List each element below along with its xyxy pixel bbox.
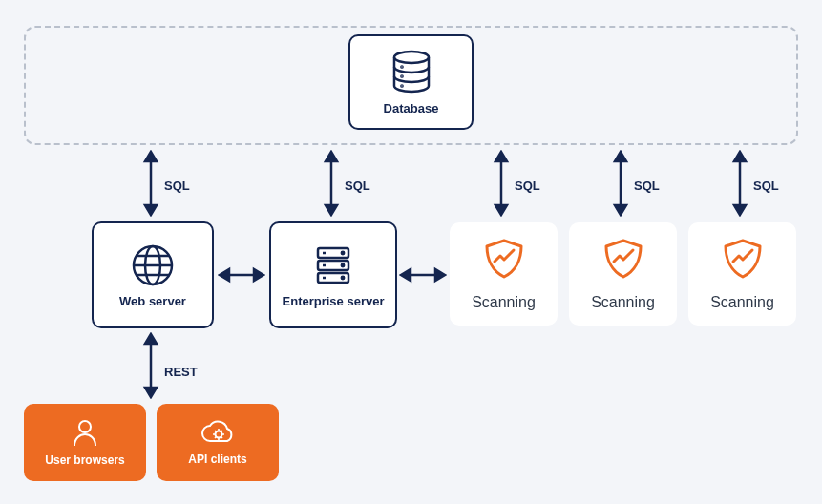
- arrow-sql-5: [730, 150, 749, 217]
- server-icon: [310, 242, 356, 288]
- database-label: Database: [384, 101, 439, 116]
- arrow-sql-4: [611, 150, 630, 217]
- svg-marker-49: [145, 388, 157, 397]
- database-icon: [390, 50, 432, 95]
- arrow-sql-3: [492, 150, 511, 217]
- sql-label: SQL: [345, 178, 370, 193]
- svg-point-1: [401, 66, 402, 67]
- web-server-label: Web server: [119, 294, 186, 308]
- arrow-sql-1: [141, 150, 160, 217]
- svg-marker-43: [254, 269, 263, 281]
- svg-marker-31: [326, 205, 337, 215]
- enterprise-server-label: Enterprise server: [283, 294, 385, 308]
- user-icon: [72, 419, 98, 448]
- arrow-web-ent: [218, 265, 265, 284]
- svg-marker-36: [615, 152, 626, 161]
- svg-line-23: [221, 436, 222, 437]
- svg-line-25: [215, 436, 216, 437]
- api-clients-box: API clients: [157, 404, 279, 481]
- cloud-gear-icon: [199, 420, 237, 447]
- svg-marker-34: [495, 205, 507, 215]
- database-box: Database: [348, 34, 474, 130]
- sql-label: SQL: [515, 178, 540, 193]
- svg-point-14: [342, 263, 344, 265]
- svg-marker-28: [145, 205, 157, 215]
- svg-marker-39: [734, 152, 746, 161]
- svg-marker-46: [435, 269, 445, 281]
- svg-marker-45: [401, 269, 411, 281]
- sql-label: SQL: [164, 178, 190, 193]
- scanning-label: Scanning: [710, 294, 774, 311]
- svg-marker-30: [326, 152, 337, 161]
- arrow-ent-scan: [399, 265, 447, 284]
- svg-line-24: [221, 430, 222, 431]
- svg-marker-42: [220, 269, 229, 281]
- scanning-box-3: Scanning: [688, 222, 796, 326]
- arrow-sql-2: [322, 150, 341, 217]
- svg-point-3: [401, 85, 402, 86]
- svg-marker-37: [615, 205, 626, 215]
- svg-point-17: [216, 430, 222, 437]
- enterprise-server-box: Enterprise server: [269, 221, 397, 328]
- scanning-box-1: Scanning: [450, 222, 558, 326]
- svg-point-0: [394, 52, 429, 63]
- user-browsers-label: User browsers: [45, 453, 124, 467]
- arrow-rest: [141, 332, 160, 399]
- svg-point-2: [401, 75, 402, 76]
- globe-icon: [130, 242, 176, 288]
- shield-icon: [722, 237, 764, 283]
- shield-icon: [483, 237, 525, 283]
- svg-point-16: [79, 421, 91, 432]
- svg-marker-33: [495, 152, 507, 161]
- scanning-label: Scanning: [472, 294, 536, 311]
- rest-label: REST: [164, 365, 198, 379]
- scanning-label: Scanning: [591, 294, 655, 311]
- user-browsers-box: User browsers: [24, 404, 146, 481]
- scanning-box-2: Scanning: [569, 222, 677, 326]
- sql-label: SQL: [634, 178, 660, 193]
- svg-marker-48: [145, 334, 157, 344]
- svg-line-22: [215, 430, 216, 431]
- svg-point-13: [342, 251, 344, 253]
- web-server-box: Web server: [92, 221, 214, 328]
- svg-marker-27: [145, 152, 157, 161]
- svg-marker-40: [734, 205, 746, 215]
- shield-icon: [602, 237, 644, 283]
- sql-label: SQL: [753, 178, 779, 193]
- api-clients-label: API clients: [188, 452, 246, 466]
- svg-point-15: [342, 276, 344, 278]
